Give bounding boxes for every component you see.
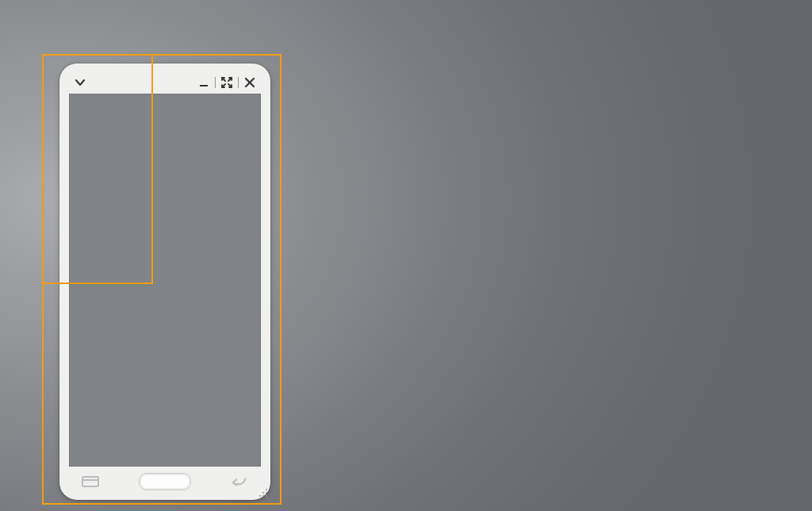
diagram-canvas — [0, 0, 812, 511]
inner-highlight-box — [42, 54, 153, 284]
